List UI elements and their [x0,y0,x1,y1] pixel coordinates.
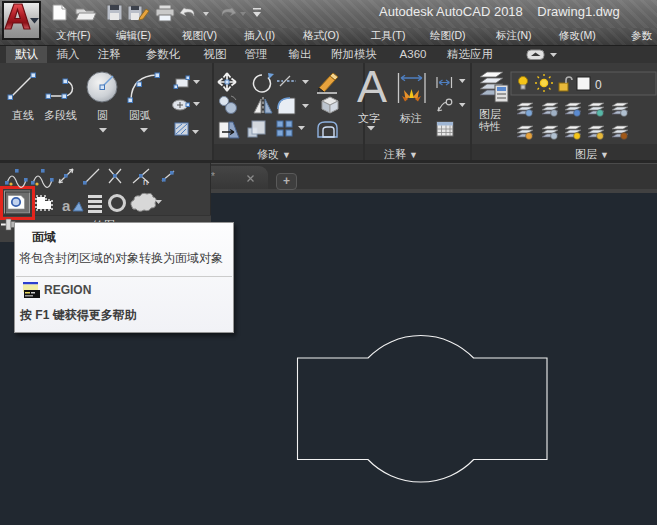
svg-text:a: a [62,197,71,214]
svg-text:A: A [357,63,387,112]
svg-text:0: 0 [595,78,602,92]
svg-text:n: n [143,177,148,187]
